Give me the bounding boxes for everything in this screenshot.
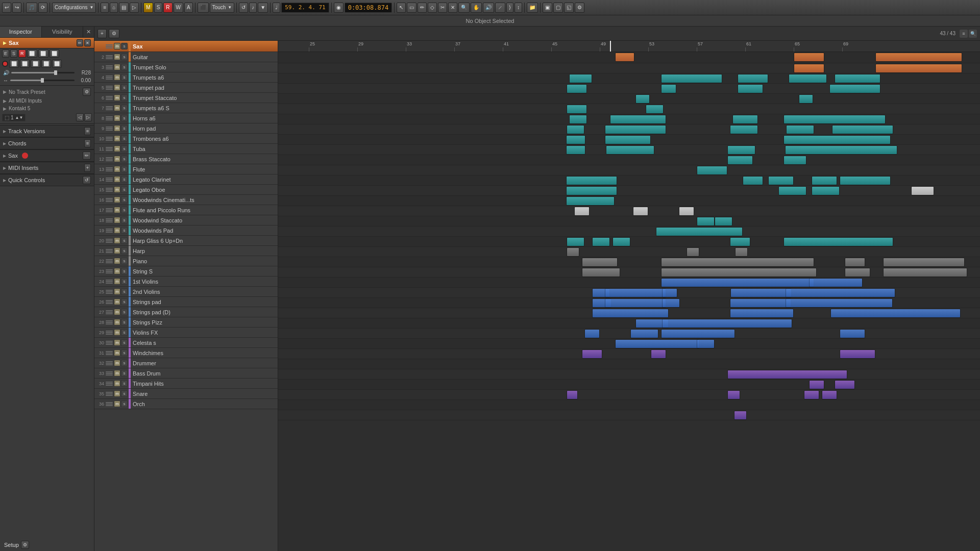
clip[interactable] bbox=[635, 94, 650, 104]
track-solo-btn[interactable]: s bbox=[121, 288, 128, 295]
track-row[interactable]: 22 m s Piano bbox=[94, 256, 278, 266]
clip[interactable] bbox=[679, 207, 694, 216]
clip[interactable] bbox=[567, 125, 584, 134]
config-btn-1[interactable]: ≡ bbox=[101, 3, 109, 13]
clip[interactable] bbox=[840, 349, 875, 359]
clip[interactable] bbox=[661, 84, 676, 93]
clip[interactable] bbox=[783, 237, 893, 246]
chords-section[interactable]: ▶ Chords ≡ bbox=[0, 137, 94, 149]
clip[interactable] bbox=[738, 84, 763, 93]
track-mute-btn[interactable]: m bbox=[114, 380, 120, 387]
clip[interactable] bbox=[630, 329, 658, 338]
clip[interactable] bbox=[605, 298, 666, 308]
insp-e-btn[interactable]: E bbox=[2, 49, 9, 58]
tool-pointer[interactable]: ↖ bbox=[397, 3, 406, 13]
track-row[interactable]: 4 m s Trumpets a6 bbox=[94, 72, 278, 83]
configurations-dropdown[interactable]: Configurations ▼ bbox=[52, 3, 96, 13]
tab-visibility[interactable]: Visibility bbox=[42, 27, 84, 37]
clip[interactable] bbox=[799, 94, 813, 104]
view-btn-1[interactable]: ▣ bbox=[543, 3, 552, 13]
clip[interactable] bbox=[605, 125, 666, 134]
clip[interactable] bbox=[883, 258, 965, 267]
track-solo-btn[interactable]: s bbox=[121, 339, 128, 346]
track-mute-btn[interactable]: m bbox=[114, 237, 120, 244]
clip[interactable] bbox=[661, 278, 814, 287]
track-mute-btn[interactable]: m bbox=[114, 360, 120, 366]
clip[interactable] bbox=[661, 268, 817, 277]
clip[interactable] bbox=[662, 298, 680, 308]
sax-instrument-section[interactable]: ▶ Sax ✏ bbox=[0, 149, 94, 162]
clip[interactable] bbox=[738, 74, 768, 83]
clip[interactable] bbox=[697, 217, 715, 226]
insp-s-btn[interactable]: S bbox=[10, 49, 17, 58]
clip[interactable] bbox=[783, 115, 886, 124]
inspector-track-edit[interactable]: ✏ bbox=[77, 39, 83, 46]
tool-extra[interactable]: ↕ bbox=[514, 3, 522, 13]
track-solo-btn[interactable]: s bbox=[121, 94, 128, 101]
track-row[interactable]: 2 m s Guitar bbox=[94, 52, 278, 62]
track-row[interactable]: 29 m s Violins FX bbox=[94, 328, 278, 338]
track-mute-btn[interactable]: m bbox=[114, 298, 120, 305]
dropdown-btn[interactable]: ▼ bbox=[258, 3, 268, 13]
click-button[interactable]: ♪ bbox=[249, 3, 257, 13]
chords-btn[interactable]: ≡ bbox=[84, 139, 91, 147]
clip[interactable] bbox=[911, 186, 934, 195]
clip[interactable] bbox=[840, 329, 865, 338]
clip[interactable] bbox=[697, 339, 715, 348]
track-solo-btn[interactable]: s bbox=[121, 207, 128, 213]
track-row[interactable]: 31 m s Windchimes bbox=[94, 348, 278, 358]
track-mute-btn[interactable]: m bbox=[114, 94, 120, 101]
track-solo-btn[interactable]: s bbox=[121, 54, 128, 60]
config-btn-2[interactable]: ⌂ bbox=[110, 3, 118, 13]
clip[interactable] bbox=[809, 278, 863, 287]
track-solo-btn[interactable]: s bbox=[121, 166, 128, 172]
clip[interactable] bbox=[768, 176, 794, 185]
clip[interactable] bbox=[794, 53, 824, 62]
track-row[interactable]: 28 m s Strings Pizz bbox=[94, 317, 278, 328]
track-mute-btn[interactable]: m bbox=[114, 74, 120, 81]
clip[interactable] bbox=[786, 298, 893, 308]
clip[interactable] bbox=[687, 247, 699, 257]
track-row[interactable]: 19 m s Woodwinds Pad bbox=[94, 226, 278, 236]
clip[interactable] bbox=[662, 319, 792, 328]
clip[interactable] bbox=[727, 370, 847, 379]
track-solo-btn[interactable]: s bbox=[121, 43, 128, 49]
tool-autoselect[interactable]: ⟩ bbox=[506, 3, 513, 13]
clip[interactable] bbox=[809, 380, 824, 389]
track-mute-btn[interactable]: m bbox=[114, 349, 120, 356]
clip[interactable] bbox=[569, 74, 592, 83]
clip[interactable] bbox=[727, 145, 755, 155]
clip[interactable] bbox=[875, 53, 962, 62]
clip[interactable] bbox=[730, 125, 758, 134]
track-solo-btn[interactable]: s bbox=[121, 319, 128, 325]
track-solo-btn[interactable]: s bbox=[121, 217, 128, 223]
track-row[interactable]: 23 m s String S bbox=[94, 266, 278, 277]
track-row[interactable]: 24 m s 1st Violins bbox=[94, 277, 278, 287]
clip[interactable] bbox=[567, 247, 579, 257]
track-row[interactable]: 16 m s Woodwinds Cinemati...ts bbox=[94, 195, 278, 205]
clip[interactable] bbox=[582, 349, 602, 359]
channel-btn1[interactable]: ◁ bbox=[76, 113, 84, 121]
clip[interactable] bbox=[822, 390, 837, 399]
insp-w-btn[interactable]: ⬜ bbox=[27, 49, 37, 58]
w-button[interactable]: W bbox=[174, 3, 183, 13]
track-row[interactable]: 7 m s Trumpets a6 S bbox=[94, 103, 278, 113]
clip[interactable] bbox=[605, 135, 651, 144]
clip[interactable] bbox=[615, 53, 634, 62]
track-mute-btn[interactable]: m bbox=[114, 105, 120, 111]
clip[interactable] bbox=[786, 125, 814, 134]
touch-dropdown[interactable]: Touch ▼ bbox=[210, 3, 235, 13]
clip[interactable] bbox=[569, 115, 587, 124]
track-solo-btn[interactable]: s bbox=[121, 237, 128, 244]
metronome-button[interactable]: 🎵 bbox=[26, 3, 37, 13]
track-row[interactable]: 5 m s Trumpet pad bbox=[94, 83, 278, 93]
track-mute-btn[interactable]: m bbox=[114, 135, 120, 142]
track-row[interactable]: 15 m s Legato Oboe bbox=[94, 185, 278, 195]
clip[interactable] bbox=[566, 176, 617, 185]
clip[interactable] bbox=[566, 196, 615, 206]
midi-inserts-section[interactable]: ▶ MIDI Inserts + bbox=[0, 162, 94, 174]
tool-mute[interactable]: ✕ bbox=[448, 3, 457, 13]
clip[interactable] bbox=[661, 329, 735, 338]
clip[interactable] bbox=[605, 288, 666, 297]
clip[interactable] bbox=[656, 227, 743, 236]
